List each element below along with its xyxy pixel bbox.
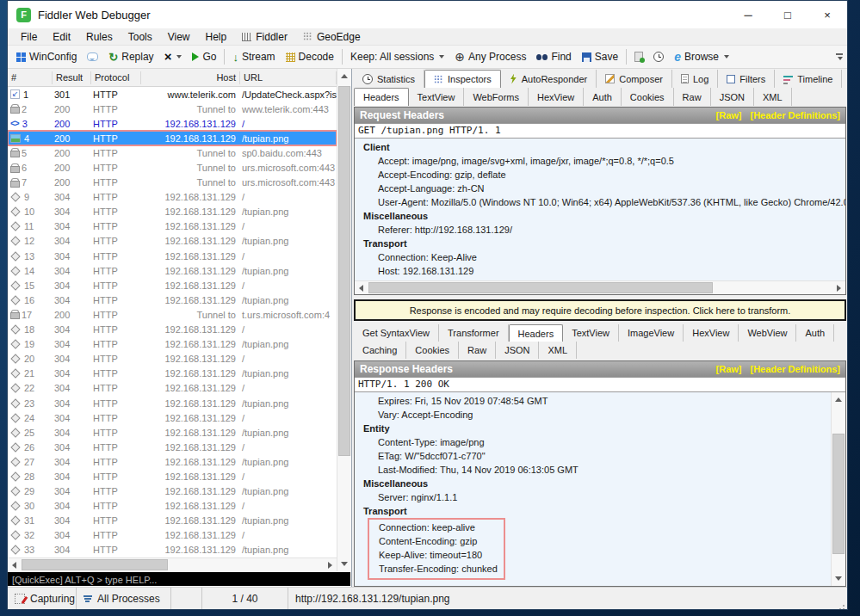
toolbar-keep-all-sessions-button[interactable]: Keep: All sessions — [345, 47, 449, 66]
session-row[interactable]: 12304HTTP192.168.131.129/tupian.png — [8, 234, 337, 249]
toolbar-clock2-button[interactable] — [648, 47, 669, 66]
request-tab-raw[interactable]: Raw — [674, 88, 711, 106]
response-tab-imageview[interactable]: ImageView — [619, 324, 684, 342]
session-row[interactable]: 4200HTTP192.168.131.129/tupian.png — [8, 131, 337, 145]
session-row[interactable]: 20304HTTP192.168.131.129/ — [8, 352, 337, 367]
session-row[interactable]: 6200HTTPTunnel tours.microsoft.com:443 — [8, 160, 337, 175]
capturing-indicator[interactable]: Capturing — [8, 588, 77, 609]
column-header-protocol[interactable]: Protocol — [91, 71, 141, 84]
response-tab-hexview[interactable]: HexView — [684, 324, 739, 342]
response-raw-link[interactable]: [Raw] — [716, 364, 742, 374]
header-item[interactable]: Referer: http://192.168.131.129/ — [355, 223, 845, 237]
header-item[interactable]: Content-Type: image/png — [355, 435, 831, 449]
header-item[interactable]: Content-Encoding: gzip — [369, 534, 504, 548]
request-tab-json[interactable]: JSON — [711, 88, 754, 106]
menu-item-geoedge[interactable]: GeoEdge — [295, 28, 368, 45]
close-button[interactable]: × — [807, 1, 847, 28]
response-encoding-notice[interactable]: Response is encoded and may require deco… — [354, 299, 846, 321]
response-tab-auth[interactable]: Auth — [796, 324, 834, 342]
scroll-left-icon[interactable] — [359, 285, 363, 292]
response-tab-transformer[interactable]: Transformer — [439, 324, 509, 342]
request-tab-webforms[interactable]: WebForms — [464, 88, 529, 106]
session-row[interactable]: 10304HTTP192.168.131.129/tupian.png — [8, 205, 337, 219]
session-row[interactable]: 9304HTTP192.168.131.129/ — [8, 190, 337, 205]
header-item[interactable]: Accept-Encoding: gzip, deflate — [355, 168, 845, 182]
menu-item-tools[interactable]: Tools — [121, 28, 160, 45]
response-vscrollbar[interactable] — [831, 392, 845, 586]
scroll-down-icon[interactable] — [835, 576, 842, 581]
session-row[interactable]: 27304HTTP192.168.131.129/tupian.png — [8, 454, 337, 469]
response-tab-textview[interactable]: TextView — [563, 324, 619, 342]
header-item[interactable]: ETag: W/"5dccf071-c770" — [355, 449, 831, 463]
scroll-up-icon[interactable] — [341, 74, 348, 78]
session-row[interactable]: 26304HTTP192.168.131.129/ — [8, 440, 337, 454]
tab-log[interactable]: Log — [672, 70, 718, 88]
vscroll-thumb[interactable] — [832, 434, 845, 554]
session-row[interactable]: 21304HTTP192.168.131.129/tupian.png — [8, 367, 337, 381]
header-item[interactable]: Connection: Keep-Alive — [355, 250, 845, 264]
session-row[interactable]: 25304HTTP192.168.131.129/tupian.png — [8, 425, 337, 440]
menu-item-fiddler[interactable]: Fiddler — [234, 28, 295, 45]
process-filter[interactable]: All Processes — [77, 588, 171, 609]
header-item[interactable]: Transfer-Encoding: chunked — [369, 562, 504, 576]
session-row[interactable]: 28304HTTP192.168.131.129/ — [8, 469, 337, 484]
session-list-vscrollbar[interactable] — [337, 69, 351, 571]
response-tab-webview[interactable]: WebView — [739, 324, 796, 342]
session-row[interactable]: 16304HTTP192.168.131.129/tupian.png — [8, 293, 337, 307]
quickexec-input[interactable]: [QuickExec] ALT+Q > type HELP... — [8, 571, 351, 587]
response-tab-caching[interactable]: Caching — [354, 342, 406, 359]
header-item[interactable]: Accept-Language: zh-CN — [355, 182, 845, 195]
request-tab-hexview[interactable]: HexView — [529, 88, 584, 106]
request-hscrollbar[interactable] — [355, 280, 845, 294]
header-item[interactable]: Accept: image/png, image/svg+xml, image/… — [355, 154, 845, 168]
tab-timeline[interactable]: Timeline — [775, 70, 842, 88]
tab-composer[interactable]: Composer — [597, 70, 672, 88]
response-tab-cookies[interactable]: Cookies — [406, 342, 459, 359]
session-row[interactable]: 19304HTTP192.168.131.129/tupian.png — [8, 337, 337, 352]
column-header-result[interactable]: Result — [53, 71, 91, 84]
session-row[interactable]: 33304HTTP192.168.131.129/tupian.png — [8, 543, 337, 557]
request-tab-cookies[interactable]: Cookies — [622, 88, 674, 106]
tab-autoresponder[interactable]: AutoResponder — [501, 70, 597, 88]
session-row[interactable]: 7200HTTPTunnel tours.microsoft.com:443 — [8, 176, 337, 190]
scroll-left-icon[interactable] — [12, 562, 16, 569]
vscroll-thumb[interactable] — [338, 86, 350, 456]
request-tab-xml[interactable]: XML — [754, 88, 792, 106]
toolbar-winconfig-button[interactable]: WinConfig — [11, 47, 82, 66]
header-item[interactable]: Server: nginx/1.1.1 — [355, 490, 831, 504]
session-row[interactable]: 30304HTTP192.168.131.129/ — [8, 499, 337, 514]
session-row[interactable]: 5200HTTPTunnel tosp0.baidu.com:443 — [8, 145, 337, 160]
scroll-right-icon[interactable] — [328, 562, 332, 569]
header-item[interactable]: Vary: Accept-Encoding — [355, 408, 831, 422]
session-list-header[interactable]: #ResultProtocolHostURL — [8, 69, 337, 87]
column-header-host[interactable]: Host — [141, 71, 240, 84]
header-group[interactable]: Transport — [355, 504, 831, 518]
header-item[interactable]: Last-Modified: Thu, 14 Nov 2019 06:13:05… — [355, 463, 831, 477]
toolbar-go-button[interactable]: Go — [187, 47, 221, 66]
response-header-definitions-link[interactable]: [Header Definitions] — [750, 364, 840, 374]
header-group[interactable]: Entity — [355, 422, 831, 435]
response-status-line[interactable]: HTTP/1. 1 200 OK — [355, 377, 845, 392]
session-row[interactable]: 18304HTTP192.168.131.129/ — [8, 323, 337, 337]
scroll-right-icon[interactable] — [837, 285, 841, 292]
column-header-num[interactable]: # — [8, 71, 53, 84]
response-tab-json[interactable]: JSON — [496, 342, 539, 359]
scroll-up-icon[interactable] — [835, 397, 842, 402]
session-row[interactable]: ↙1301HTTPwww.telerik.com/UpdateCheck.asp… — [8, 87, 337, 102]
session-row[interactable]: 15304HTTP192.168.131.129/ — [8, 278, 337, 293]
toolbar-clipboard-button[interactable] — [629, 47, 648, 66]
header-item[interactable]: Keep-Alive: timeout=180 — [369, 548, 504, 562]
response-tab-raw[interactable]: Raw — [459, 342, 496, 359]
header-group[interactable]: Transport — [355, 237, 845, 250]
maximize-button[interactable]: □ — [768, 1, 807, 28]
request-tab-headers[interactable]: Headers — [354, 88, 409, 106]
session-list-hscrollbar[interactable] — [8, 557, 337, 571]
menu-item-help[interactable]: Help — [198, 28, 235, 45]
response-tab-get-syntaxview[interactable]: Get SyntaxView — [354, 324, 439, 342]
hscroll-thumb[interactable] — [22, 559, 168, 570]
header-item[interactable]: Host: 192.168.131.129 — [355, 264, 845, 278]
scroll-down-icon[interactable] — [341, 562, 348, 566]
toolbar-stream-button[interactable]: ↓Stream — [227, 47, 280, 66]
menu-item-view[interactable]: View — [160, 28, 198, 45]
hscroll-thumb[interactable] — [368, 282, 713, 293]
